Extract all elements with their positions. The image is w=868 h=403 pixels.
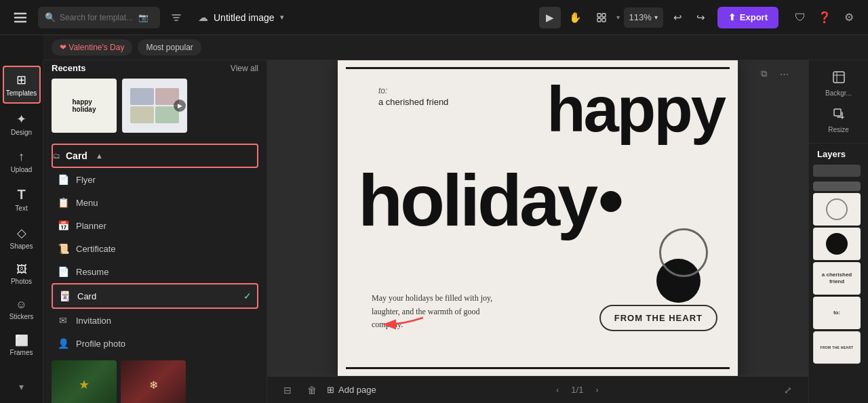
export-label: Export [740, 12, 768, 22]
sidebar-item-design[interactable]: ✦ Design [3, 106, 41, 142]
search-input[interactable] [60, 13, 134, 22]
flyer-icon: 📄 [57, 174, 69, 185]
menu-item-card[interactable]: 🃏 Card ✓ [52, 283, 258, 309]
export-button[interactable]: ⬆ Export [717, 7, 778, 28]
planner-label: Planner [76, 221, 106, 231]
design-card: to: a cherished friend happy holiday• Ma… [338, 60, 738, 376]
design-label: Design [11, 129, 32, 136]
recent-thumb-2[interactable]: ▶ [122, 79, 187, 133]
certificate-label: Certificate [76, 244, 116, 254]
mini-thumb-christmas2[interactable]: ❄ [121, 360, 186, 403]
menu-item-planner[interactable]: 📅 Planner [52, 214, 258, 237]
layer-item-recipient[interactable]: a cherished friend [813, 262, 861, 295]
shield-icon[interactable]: 🛡 [789, 7, 811, 28]
circle-filled-preview [826, 233, 848, 255]
resize-tool-button[interactable]: Resize [816, 102, 862, 137]
card-holiday-text: holiday• [358, 164, 621, 237]
svg-rect-2 [602, 14, 606, 17]
sidebar-item-templates[interactable]: ⊞ Templates [3, 66, 41, 104]
menu-item-flyer[interactable]: 📄 Flyer [52, 168, 258, 191]
recipient-layer-text: a cherished friend [822, 272, 852, 284]
frames-label: Frames [10, 349, 33, 356]
templates-icon: ⊞ [16, 72, 26, 87]
layer-item-circle-filled[interactable] [813, 228, 861, 260]
menu-item-invitation[interactable]: ✉ Invitation [52, 309, 258, 332]
background-icon [832, 70, 846, 87]
help-icon[interactable]: ❓ [814, 7, 835, 28]
from-heart-label: FROM THE HEART [614, 313, 703, 323]
valentines-tag[interactable]: ❤ Valentine's Day [52, 39, 132, 56]
layer-item-1[interactable] [813, 165, 861, 177]
add-page-icon: ⊞ [327, 385, 334, 395]
menu-item-certificate[interactable]: 📜 Certificate [52, 237, 258, 260]
recents-header: Recents View all [52, 63, 258, 73]
most-popular-tag[interactable]: Most popular [138, 39, 201, 56]
main-layout: ⊞ Templates ✦ Design ↑ Upload T Text ◇ S… [0, 60, 868, 403]
title-area: ☁ Untitled image ▾ [193, 12, 534, 24]
grid-view-button[interactable]: ⊟ [278, 381, 297, 400]
settings-icon[interactable]: ⚙ [838, 7, 860, 28]
mini-thumbs: ★ ❄ [52, 355, 258, 403]
next-thumb-button[interactable]: ▶ [174, 100, 186, 112]
layout-tool[interactable] [591, 7, 612, 28]
recents-title: Recents [52, 63, 86, 73]
copy-page-icon[interactable]: ⧉ [755, 66, 772, 82]
card-from-button[interactable]: FROM THE HEART [599, 305, 717, 331]
upload-label: Upload [11, 166, 33, 173]
layers-panel-title: Layers [809, 144, 868, 162]
menu-list: 📄 Flyer 📋 Menu 📅 Planner 📜 Certificate 📄 [52, 168, 258, 355]
circle-outline-preview [826, 198, 848, 220]
delete-page-button[interactable]: 🗑 [302, 381, 321, 400]
stickers-label: Stickers [9, 313, 34, 320]
recent-thumb-1[interactable]: happyholiday [52, 79, 117, 133]
cursor-tool[interactable]: ▶ [539, 7, 561, 28]
layer-item-2[interactable] [813, 182, 861, 191]
menu-item-resume[interactable]: 📄 Resume [52, 260, 258, 283]
mini-thumb-christmas1[interactable]: ★ [52, 360, 117, 403]
text-icon: T [17, 187, 25, 203]
hand-tool[interactable]: ✋ [565, 7, 587, 28]
sidebar-item-upload[interactable]: ↑ Upload [3, 144, 41, 179]
templates-label: Templates [6, 89, 37, 97]
view-all-button[interactable]: View all [231, 64, 258, 73]
layer-item-circle-outline[interactable] [813, 193, 861, 226]
undo-button[interactable]: ↩ [667, 7, 689, 28]
svg-rect-1 [597, 14, 601, 17]
sidebar-item-stickers[interactable]: ☺ Stickers [3, 293, 41, 326]
sidebar-item-shapes[interactable]: ◇ Shapes [3, 220, 41, 255]
doc-cloud-icon: ☁ [198, 12, 208, 24]
zoom-control[interactable]: 113% ▾ [624, 7, 663, 28]
search-bar[interactable]: 🔍 📷 [38, 7, 160, 28]
title-chevron-icon: ▾ [280, 13, 284, 22]
resume-label: Resume [76, 267, 108, 277]
layer-item-from-heart[interactable]: FROM THE HEART [813, 331, 861, 364]
menu-item-menu[interactable]: 📋 Menu [52, 191, 258, 214]
layers-tools: Backgr... Resize [809, 60, 868, 144]
planner-icon: 📅 [57, 220, 69, 231]
filter-button[interactable] [165, 7, 187, 28]
undo-redo-group: ↩ ↪ [667, 7, 712, 28]
menu-item-profile-photo[interactable]: 👤 Profile photo [52, 332, 258, 355]
to-layer-text: to: [833, 310, 840, 316]
resume-icon: 📄 [57, 266, 69, 277]
category-header-card[interactable]: 🗂 Card ▲ [52, 144, 258, 168]
background-label: Backgr... [825, 89, 852, 97]
sidebar-more-button[interactable]: ▾ [3, 376, 41, 398]
add-page-button[interactable]: ⊞ Add page [327, 381, 376, 400]
sidebar-item-photos[interactable]: 🖼 Photos [3, 258, 41, 291]
background-tool-button[interactable]: Backgr... [816, 66, 862, 101]
sidebar-item-frames[interactable]: ⬜ Frames [3, 328, 41, 362]
canvas-bottom-left: ⊟ 🗑 ⊞ Add page [278, 381, 376, 400]
tag-bar: ❤ Valentine's Day Most popular [43, 35, 868, 60]
more-page-icon[interactable]: ⋯ [776, 66, 792, 82]
redo-button[interactable]: ↪ [690, 7, 712, 28]
next-page-button[interactable]: › [589, 382, 605, 398]
layer-item-to[interactable]: to: [813, 297, 861, 329]
category-chevron-icon: ▲ [96, 152, 103, 160]
expand-button[interactable]: ⤢ [778, 381, 797, 400]
sidebar-item-text[interactable]: T Text [3, 182, 41, 217]
prev-page-button[interactable]: ‹ [549, 382, 566, 398]
logo-button[interactable] [8, 5, 33, 30]
category-title: Card [66, 150, 87, 161]
topbar: 🔍 📷 ☁ Untitled image ▾ ▶ ✋ ▾ 113% ▾ [0, 0, 868, 35]
